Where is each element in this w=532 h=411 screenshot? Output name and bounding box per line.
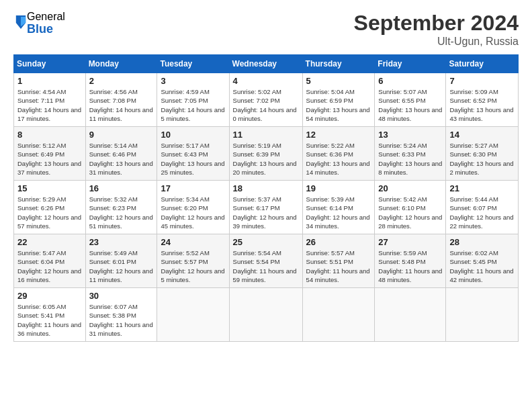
day-19: 19 Sunrise: 5:39 AMSunset: 6:14 PMDaylig…: [302, 181, 375, 234]
day-13: 13 Sunrise: 5:24 AMSunset: 6:33 PMDaylig…: [375, 127, 446, 181]
col-friday: Friday: [375, 55, 446, 73]
day-1: 1 Sunrise: 4:54 AMSunset: 7:11 PMDayligh…: [14, 73, 86, 127]
day-30: 30 Sunrise: 6:07 AMSunset: 5:38 PMDaylig…: [85, 288, 157, 342]
col-thursday: Thursday: [302, 55, 375, 73]
col-tuesday: Tuesday: [157, 55, 229, 73]
week-row-3: 15 Sunrise: 5:29 AMSunset: 6:26 PMDaylig…: [14, 181, 519, 234]
day-27: 27 Sunrise: 5:59 AMSunset: 5:48 PMDaylig…: [375, 234, 446, 288]
day-20: 20 Sunrise: 5:42 AMSunset: 6:10 PMDaylig…: [375, 181, 446, 234]
day-25: 25 Sunrise: 5:54 AMSunset: 5:54 PMDaylig…: [229, 234, 302, 288]
title-block: September 2024 Ult-Ugun, Russia: [354, 11, 519, 48]
calendar-page: General Blue September 2024 Ult-Ugun, Ru…: [0, 0, 532, 411]
day-10: 10 Sunrise: 5:17 AMSunset: 6:43 PMDaylig…: [157, 127, 229, 181]
logo: General Blue: [13, 11, 65, 36]
location-title: Ult-Ugun, Russia: [354, 36, 519, 48]
day-2: 2 Sunrise: 4:56 AMSunset: 7:08 PMDayligh…: [85, 73, 157, 127]
week-row-1: 1 Sunrise: 4:54 AMSunset: 7:11 PMDayligh…: [14, 73, 519, 127]
day-15: 15 Sunrise: 5:29 AMSunset: 6:26 PMDaylig…: [14, 181, 86, 234]
empty-cell-3: [302, 288, 375, 342]
day-24: 24 Sunrise: 5:52 AMSunset: 5:57 PMDaylig…: [157, 234, 229, 288]
calendar-table: Sunday Monday Tuesday Wednesday Thursday…: [13, 54, 519, 342]
logo-general: General: [27, 11, 65, 23]
day-23: 23 Sunrise: 5:49 AMSunset: 6:01 PMDaylig…: [85, 234, 157, 288]
day-16: 16 Sunrise: 5:32 AMSunset: 6:23 PMDaylig…: [85, 181, 157, 234]
day-7: 7 Sunrise: 5:09 AMSunset: 6:52 PMDayligh…: [446, 73, 519, 127]
col-monday: Monday: [85, 55, 157, 73]
empty-cell-1: [157, 288, 229, 342]
day-21: 21 Sunrise: 5:44 AMSunset: 6:07 PMDaylig…: [446, 181, 519, 234]
day-28: 28 Sunrise: 6:02 AMSunset: 5:45 PMDaylig…: [446, 234, 519, 288]
day-12: 12 Sunrise: 5:22 AMSunset: 6:36 PMDaylig…: [302, 127, 375, 181]
day-9: 9 Sunrise: 5:14 AMSunset: 6:46 PMDayligh…: [85, 127, 157, 181]
day-6: 6 Sunrise: 5:07 AMSunset: 6:55 PMDayligh…: [375, 73, 446, 127]
empty-cell-4: [375, 288, 446, 342]
empty-cell-2: [229, 288, 302, 342]
page-header: General Blue September 2024 Ult-Ugun, Ru…: [13, 11, 519, 48]
logo-text: General Blue: [27, 11, 65, 36]
logo-icon: [15, 14, 27, 30]
week-row-2: 8 Sunrise: 5:12 AMSunset: 6:49 PMDayligh…: [14, 127, 519, 181]
logo-blue: Blue: [27, 23, 65, 36]
col-sunday: Sunday: [14, 55, 86, 73]
day-14: 14 Sunrise: 5:27 AMSunset: 6:30 PMDaylig…: [446, 127, 519, 181]
day-4: 4 Sunrise: 5:02 AMSunset: 7:02 PMDayligh…: [229, 73, 302, 127]
week-row-4: 22 Sunrise: 5:47 AMSunset: 6:04 PMDaylig…: [14, 234, 519, 288]
day-26: 26 Sunrise: 5:57 AMSunset: 5:51 PMDaylig…: [302, 234, 375, 288]
header-row: Sunday Monday Tuesday Wednesday Thursday…: [14, 55, 519, 73]
day-18: 18 Sunrise: 5:37 AMSunset: 6:17 PMDaylig…: [229, 181, 302, 234]
col-saturday: Saturday: [446, 55, 519, 73]
month-title: September 2024: [354, 11, 519, 36]
day-17: 17 Sunrise: 5:34 AMSunset: 6:20 PMDaylig…: [157, 181, 229, 234]
col-wednesday: Wednesday: [229, 55, 302, 73]
day-29: 29 Sunrise: 6:05 AMSunset: 5:41 PMDaylig…: [14, 288, 86, 342]
empty-cell-5: [446, 288, 519, 342]
day-22: 22 Sunrise: 5:47 AMSunset: 6:04 PMDaylig…: [14, 234, 86, 288]
week-row-5: 29 Sunrise: 6:05 AMSunset: 5:41 PMDaylig…: [14, 288, 519, 342]
day-3: 3 Sunrise: 4:59 AMSunset: 7:05 PMDayligh…: [157, 73, 229, 127]
day-11: 11 Sunrise: 5:19 AMSunset: 6:39 PMDaylig…: [229, 127, 302, 181]
day-5: 5 Sunrise: 5:04 AMSunset: 6:59 PMDayligh…: [302, 73, 375, 127]
day-8: 8 Sunrise: 5:12 AMSunset: 6:49 PMDayligh…: [14, 127, 86, 181]
